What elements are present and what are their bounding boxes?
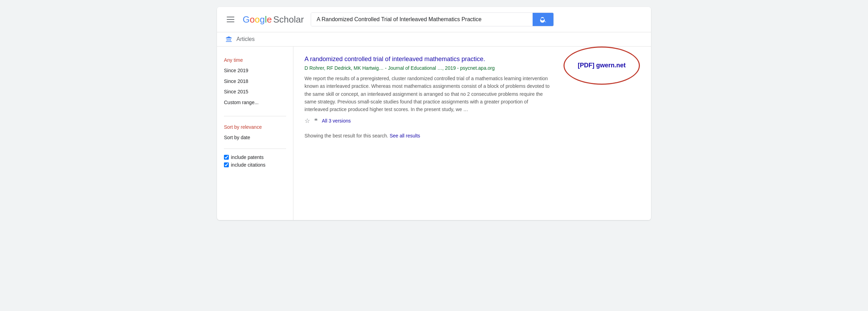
search-icon <box>540 16 546 23</box>
result-meta: D Rohrer, RF Dedrick, MK Hartwig… - Jour… <box>304 65 550 72</box>
sidebar-item-since-2019[interactable]: Since 2019 <box>224 65 286 76</box>
sidebar-item-custom-range[interactable]: Custom range... <box>224 97 286 108</box>
checkbox-section: include patents include citations <box>224 154 286 168</box>
result-snippet: We report the results of a preregistered… <box>304 75 550 114</box>
sidebar-divider-2 <box>224 149 286 149</box>
see-all-results-link[interactable]: See all results <box>390 133 420 138</box>
sidebar-item-any-time[interactable]: Any time <box>224 55 286 65</box>
best-result-note: Showing the best result for this search.… <box>304 133 550 138</box>
sidebar: Any time Since 2019 Since 2018 Since 201… <box>217 47 293 220</box>
google-wordmark: Google <box>243 14 272 25</box>
include-citations-checkbox-label[interactable]: include citations <box>224 162 286 168</box>
include-patents-label: include patents <box>231 154 264 160</box>
logo[interactable]: Google Scholar <box>243 14 304 25</box>
main-content: Any time Since 2019 Since 2018 Since 201… <box>217 47 651 220</box>
pdf-link[interactable]: [PDF] gwern.net <box>578 62 626 69</box>
result-meta-rest: , RF Dedrick, MK Hartwig… - Journal of E… <box>324 65 495 71</box>
sidebar-item-sort-date[interactable]: Sort by date <box>224 132 286 143</box>
result-author-link[interactable]: D Rohrer <box>304 65 324 71</box>
sort-section: Sort by relevance Sort by date <box>224 122 286 143</box>
search-button[interactable] <box>533 13 553 26</box>
sidebar-item-sort-relevance[interactable]: Sort by relevance <box>224 122 286 132</box>
results-area: A randomized controlled trial of interle… <box>293 47 651 220</box>
result-title[interactable]: A randomized controlled trial of interle… <box>304 55 550 64</box>
articles-icon <box>225 36 232 43</box>
scholar-wordmark: Scholar <box>273 14 304 25</box>
versions-link[interactable]: All 3 versions <box>322 118 351 124</box>
include-patents-checkbox[interactable] <box>224 155 229 160</box>
search-bar <box>311 12 554 26</box>
sidebar-item-since-2015[interactable]: Since 2015 <box>224 86 286 97</box>
include-citations-label: include citations <box>231 162 266 168</box>
search-input[interactable] <box>311 13 533 26</box>
pdf-link-container: [PDF] gwern.net <box>564 55 640 76</box>
cite-icon[interactable]: ❝ <box>314 117 318 125</box>
sidebar-divider-1 <box>224 116 286 116</box>
header: Google Scholar <box>217 7 651 32</box>
articles-label: Articles <box>236 36 254 42</box>
sidebar-item-since-2018[interactable]: Since 2018 <box>224 76 286 86</box>
result-actions: ☆ ❝ All 3 versions <box>304 117 550 125</box>
save-icon[interactable]: ☆ <box>304 117 310 125</box>
result-item: A randomized controlled trial of interle… <box>304 55 640 138</box>
include-citations-checkbox[interactable] <box>224 162 229 167</box>
hamburger-menu[interactable] <box>225 15 236 24</box>
best-result-text: Showing the best result for this search. <box>304 133 388 138</box>
include-patents-checkbox-label[interactable]: include patents <box>224 154 286 160</box>
result-main: A randomized controlled trial of interle… <box>304 55 550 138</box>
articles-bar: Articles <box>217 32 651 47</box>
time-filter-section: Any time Since 2019 Since 2018 Since 201… <box>224 55 286 108</box>
